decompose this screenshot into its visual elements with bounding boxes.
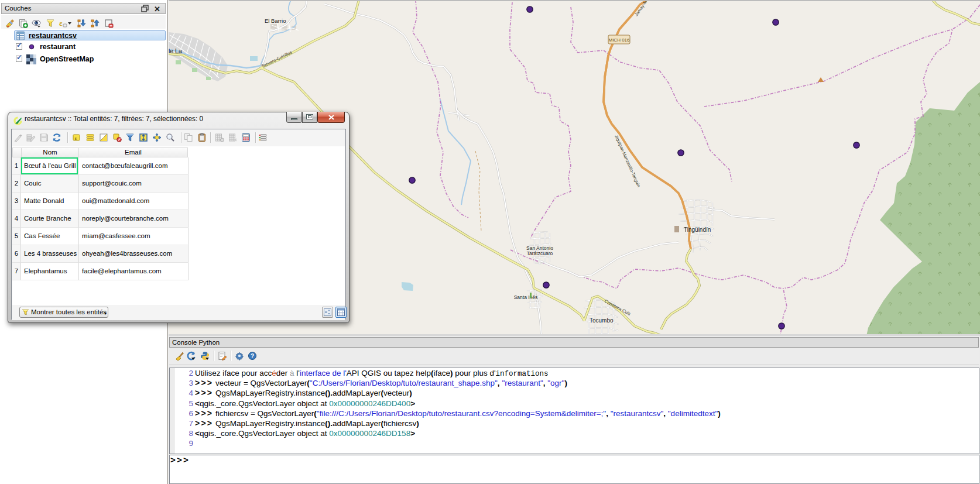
svg-text:ε: ε: [59, 19, 63, 28]
svg-text:Santa Inés: Santa Inés: [514, 294, 538, 300]
svg-text:le La: le La: [169, 47, 182, 54]
svg-text:Tarátzcuaro: Tarátzcuaro: [527, 250, 553, 256]
svg-text:El Barrio: El Barrio: [265, 18, 286, 24]
svg-text:?: ?: [251, 353, 254, 359]
svg-text:ε: ε: [74, 135, 77, 141]
svg-text:Tingüindín: Tingüindín: [684, 226, 711, 233]
svg-text:Tocumbo: Tocumbo: [590, 317, 614, 324]
svg-text:MICH 016: MICH 016: [608, 37, 630, 43]
